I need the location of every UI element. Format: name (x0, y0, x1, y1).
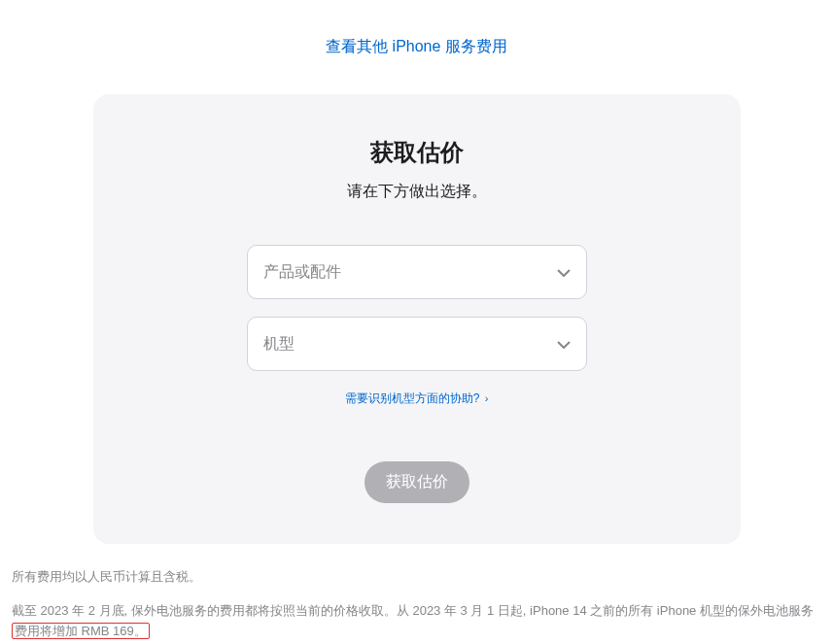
chevron-down-icon (557, 336, 571, 352)
disclaimer-line-2: 截至 2023 年 2 月底, 保外电池服务的费用都将按照当前的价格收取。从 2… (12, 601, 821, 642)
disclaimer-line-1: 所有费用均以人民币计算且含税。 (12, 567, 821, 588)
highlighted-price-change: 费用将增加 RMB 169。 (12, 623, 150, 639)
disclaimer-section: 所有费用均以人民币计算且含税。 截至 2023 年 2 月底, 保外电池服务的费… (0, 544, 833, 641)
product-select-wrapper: 产品或配件 (247, 245, 587, 299)
model-select-wrapper: 机型 (247, 317, 587, 371)
get-estimate-button[interactable]: 获取估价 (364, 461, 469, 503)
model-select[interactable]: 机型 (247, 317, 587, 371)
card-title: 获取估价 (132, 137, 702, 168)
model-select-placeholder: 机型 (263, 334, 295, 355)
estimate-card: 获取估价 请在下方做出选择。 产品或配件 机型 需要识别机型方面的协助? › 获… (93, 94, 741, 544)
chevron-down-icon (557, 264, 571, 280)
help-link-text: 需要识别机型方面的协助? (345, 391, 480, 405)
help-link-row: 需要识别机型方面的协助? › (132, 389, 702, 407)
top-link-row: 查看其他 iPhone 服务费用 (0, 0, 833, 94)
disclaimer-line-2-text: 截至 2023 年 2 月底, 保外电池服务的费用都将按照当前的价格收取。从 2… (12, 603, 814, 618)
chevron-right-icon: › (485, 392, 489, 404)
identify-model-help-link[interactable]: 需要识别机型方面的协助? › (345, 391, 489, 405)
product-select-placeholder: 产品或配件 (263, 262, 341, 283)
product-select[interactable]: 产品或配件 (247, 245, 587, 299)
other-services-link[interactable]: 查看其他 iPhone 服务费用 (326, 38, 507, 54)
card-subtitle: 请在下方做出选择。 (132, 182, 702, 202)
